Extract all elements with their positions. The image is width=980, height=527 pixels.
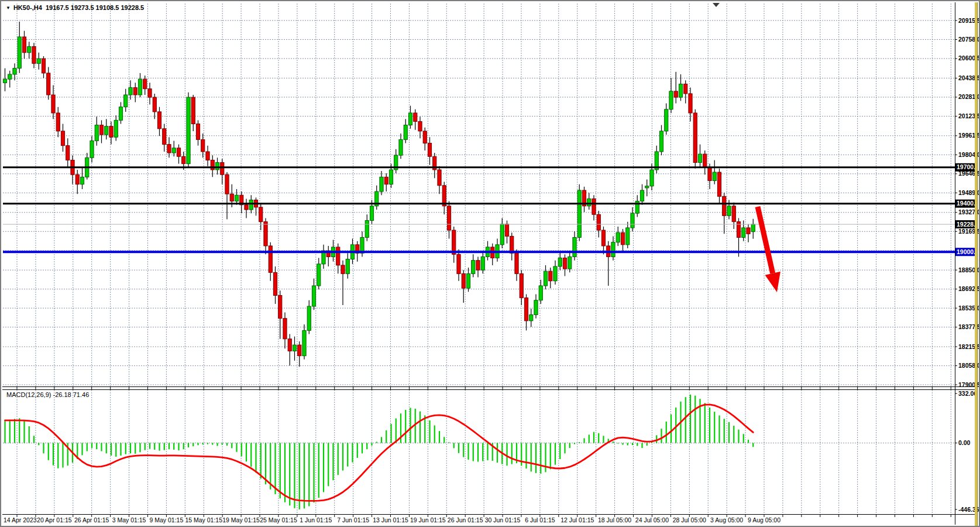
bull-candle: [114, 120, 118, 137]
bull-candle: [370, 206, 373, 221]
bear-candle: [66, 146, 70, 160]
chart-window: ▼HK50-,H4 19167.5 19273.5 19108.5 19228.…: [0, 0, 980, 527]
bear-candle: [230, 194, 233, 201]
bull-candle: [742, 228, 745, 238]
bear-candle: [723, 196, 726, 215]
bear-candle: [708, 167, 711, 181]
bear-candle: [109, 126, 113, 138]
bear-candle: [148, 89, 152, 97]
bull-candle: [90, 141, 94, 158]
time-axis-label: 28 Jul 05:00: [673, 516, 706, 523]
bull-candle: [587, 199, 591, 206]
bull-candle: [215, 163, 219, 170]
time-axis-labels: 14 Apr 202320 Apr 01:1526 Apr 01:153 May…: [4, 516, 780, 523]
bull-candle: [534, 300, 538, 315]
time-axis-label: 6 Jul 01:15: [525, 516, 555, 523]
bull-candle: [312, 286, 315, 306]
bear-candle: [143, 79, 147, 89]
bear-candle: [153, 97, 156, 112]
bear-candle: [452, 230, 456, 254]
bull-candle: [669, 91, 673, 109]
bear-candle: [163, 129, 166, 145]
bear-candle: [206, 152, 209, 160]
time-axis-label: 7 Jun 01:15: [337, 516, 369, 523]
bull-candle: [105, 126, 108, 135]
bull-candle: [317, 264, 321, 286]
bear-candle: [99, 125, 103, 135]
bear-candle: [462, 273, 465, 288]
bull-candle: [365, 221, 369, 238]
bull-candle: [172, 148, 176, 153]
bear-candle: [592, 199, 596, 214]
time-axis-label: 14 Apr 2023: [4, 516, 37, 523]
bear-candle: [703, 154, 707, 167]
bear-candle: [225, 174, 229, 194]
bear-candle: [196, 124, 200, 140]
time-axis-label: 26 Jun 01:15: [448, 516, 483, 523]
bull-candle: [8, 74, 12, 79]
bull-candle: [500, 224, 504, 245]
bull-candle: [539, 286, 542, 300]
bull-candle: [631, 213, 634, 228]
bear-candle: [747, 228, 750, 234]
bear-candle: [283, 319, 287, 339]
bear-candle: [157, 112, 161, 129]
bear-candle: [510, 236, 514, 253]
bull-candle: [650, 170, 654, 186]
time-axis-label: 15 May 01:15: [185, 516, 222, 523]
bull-candle: [481, 256, 484, 270]
ohlc-values: 19167.5 19273.5 19108.5 19228.5: [46, 4, 144, 11]
candlestick-chart-canvas[interactable]: 20915.520758.020600.520438.520281.020123…: [1, 1, 980, 527]
bear-candle: [259, 207, 263, 222]
bear-candle: [597, 214, 600, 230]
bear-candle: [476, 261, 480, 271]
bear-candle: [414, 113, 417, 121]
bull-candle: [380, 177, 383, 191]
bull-candle: [616, 232, 620, 242]
time-axis-label: 19 May 01:15: [222, 516, 260, 523]
bear-candle: [384, 177, 388, 184]
bull-candle: [713, 172, 716, 180]
bear-candle: [288, 339, 291, 351]
macd-axis-label: 0.00: [958, 439, 971, 446]
time-axis-label: 3 Aug 05:00: [710, 516, 743, 523]
bull-candle: [293, 345, 296, 351]
bear-candle: [689, 94, 692, 113]
bull-candle: [645, 186, 649, 188]
bear-candle: [264, 222, 267, 246]
time-axis-label: 12 Jul 01:15: [561, 516, 594, 523]
bull-candle: [37, 59, 40, 63]
time-axis-label: 30 Jun 01:15: [485, 516, 521, 523]
bear-candle: [201, 139, 205, 152]
bull-candle: [529, 315, 533, 321]
bear-candle: [51, 95, 55, 113]
bull-candle: [544, 271, 547, 286]
bull-candle: [129, 88, 132, 95]
bear-candle: [61, 131, 64, 146]
time-axis-label: 3 May 01:15: [112, 516, 146, 523]
bear-candle: [133, 88, 137, 95]
bear-candle: [717, 172, 721, 196]
bull-candle: [577, 190, 581, 237]
bull-candle: [80, 177, 84, 184]
symbol-dropdown-icon[interactable]: ▼: [6, 5, 11, 11]
bull-candle: [573, 237, 576, 256]
bull-candle: [727, 206, 731, 216]
bull-candle: [235, 195, 238, 201]
bull-candle: [404, 125, 407, 140]
time-axis-label: 25 May 01:15: [260, 516, 297, 523]
bull-candle: [659, 131, 663, 152]
bear-candle: [515, 253, 518, 273]
bear-candle: [278, 296, 282, 319]
symbol-timeframe: HK50-,H4: [13, 4, 42, 11]
bear-candle: [423, 131, 427, 143]
bull-candle: [679, 84, 682, 97]
bear-candle: [298, 345, 301, 356]
bull-candle: [640, 190, 644, 201]
bull-candle: [27, 46, 31, 52]
bull-candle: [13, 69, 16, 74]
bull-candle: [18, 37, 21, 69]
bear-candle: [732, 206, 735, 222]
bear-candle: [211, 160, 214, 170]
bear-candle: [520, 273, 523, 297]
